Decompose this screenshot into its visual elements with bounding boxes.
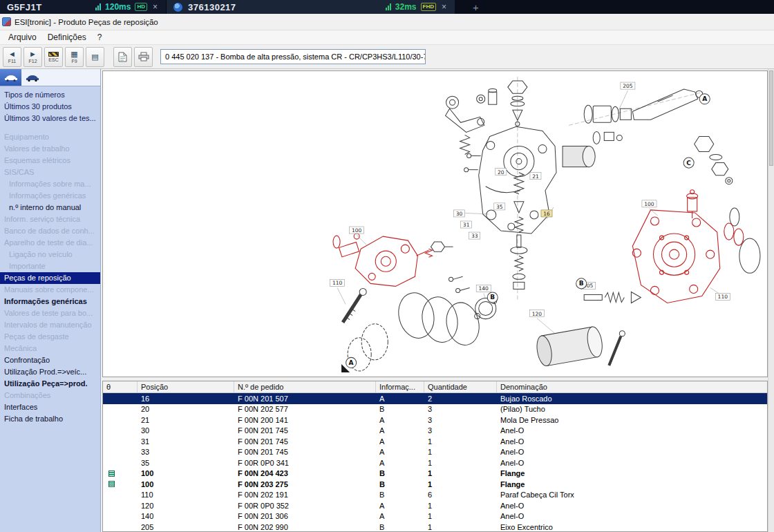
sidebar-item: SIS/CAS <box>0 167 100 178</box>
back-button[interactable]: ◄ F11 <box>3 47 21 67</box>
sidebar-item: Informações genéricas <box>0 190 100 202</box>
part-callout: 100 <box>352 227 362 234</box>
sidebar-item: Inform. serviço técnica <box>0 213 100 225</box>
document-button[interactable] <box>113 47 132 67</box>
sidebar-item: Peças de desgaste <box>0 331 100 343</box>
document-icon <box>118 52 127 62</box>
close-tab-icon[interactable]: × <box>151 2 159 12</box>
session-tab-2[interactable]: 376130217 32ms FHD × <box>166 0 455 14</box>
table-row[interactable]: 31F 00N 201 745A1Anel-O <box>103 436 767 447</box>
quality-badge: HD <box>135 3 147 11</box>
view-callout-letter: B <box>490 294 495 301</box>
menu-item[interactable]: Definições <box>42 31 92 44</box>
column-header[interactable]: Posição <box>138 381 234 392</box>
quality-badge: FHD <box>421 3 436 11</box>
column-header[interactable]: N.º de pedido <box>234 381 376 392</box>
sidebar-item: Ligação no veículo <box>0 249 100 260</box>
parts-table-header: θPosiçãoN.º de pedidoInformaç...Quantida… <box>103 381 767 393</box>
app-icon <box>2 17 11 26</box>
latency-value: 32ms <box>395 2 417 12</box>
sidebar-item: Combinações <box>0 390 100 401</box>
f9-view-button[interactable]: ▦ F9 <box>65 47 84 67</box>
sidebar-item: Equipamento <box>0 131 100 143</box>
in-parts-list-icon <box>108 481 115 487</box>
forward-button[interactable]: ► F12 <box>23 47 42 67</box>
in-parts-list-icon <box>108 471 115 477</box>
vehicle-tab-active[interactable] <box>0 69 21 86</box>
part-callout: 110 <box>718 294 728 300</box>
app: { "browser": { "close_glyph": "×", "new_… <box>0 0 774 532</box>
column-header[interactable]: θ <box>103 381 138 392</box>
table-row[interactable]: 21F 00N 200 141A3Mola De Pressao <box>103 415 767 426</box>
part-callout: 35 <box>496 204 503 210</box>
list-view-button[interactable]: ▤ <box>86 47 104 67</box>
sidebar-tabstrip <box>0 69 100 86</box>
session-tab-1[interactable]: G5FJ1T 120ms HD × <box>0 0 166 14</box>
session-tab-title: G5FJ1T <box>7 2 42 12</box>
table-row[interactable]: 30F 00N 201 745A3Anel-O <box>103 426 767 437</box>
sidebar-item: Intervalos de manutenção <box>0 319 100 331</box>
session-tab-bar: G5FJ1T 120ms HD × 376130217 32ms FHD × + <box>0 0 774 14</box>
session-avatar-icon <box>173 3 182 12</box>
sidebar-main-list: EquipamentoValores de trabalhoEsquemas e… <box>0 131 100 425</box>
table-row[interactable]: 16F 00N 201 507A2Bujao Roscado <box>103 393 767 404</box>
view-callout-letter: A <box>702 95 707 102</box>
table-row[interactable]: 20F 00N 202 577B3(Pilao) Tucho <box>103 404 767 415</box>
barrier-icon <box>48 52 59 57</box>
product-field[interactable]: 0 445 020 137 - Bomba de alta pressão, s… <box>160 49 426 64</box>
window-title: ESI[tronic] - Produto Peças de reposição <box>15 18 158 26</box>
view-callout-letter: A <box>349 359 354 366</box>
sidebar-item[interactable]: Interfaces <box>0 401 100 413</box>
sidebar-item: Importante <box>0 260 100 272</box>
part-callout: 110 <box>332 280 343 286</box>
column-header[interactable]: Informaç... <box>376 381 424 392</box>
table-row[interactable]: 205F 00N 202 990B1Eixo Excentrico <box>103 522 767 532</box>
menu-item[interactable]: ? <box>92 31 108 44</box>
sidebar-item[interactable]: Utilização Peça=>prod. <box>0 378 100 390</box>
escape-button[interactable]: ESC <box>44 47 63 67</box>
menu-item[interactable]: Arquivo <box>3 31 42 44</box>
part-callout: 31 <box>463 222 470 228</box>
part-callout: 140 <box>479 285 489 292</box>
table-row[interactable]: 33F 00N 201 745A1Anel-O <box>103 447 767 458</box>
vehicle-tab-inactive[interactable] <box>21 69 43 86</box>
print-button[interactable] <box>134 47 153 67</box>
table-row[interactable]: 100F 00N 204 423B1Flange <box>103 468 767 479</box>
printer-icon <box>138 52 149 61</box>
menu-bar: ArquivoDefinições? <box>0 30 774 45</box>
sidebar-item[interactable]: Últimos 30 produtos <box>0 101 100 113</box>
diagram-panel: 20520213530313316100100110110120140205AC… <box>102 70 768 377</box>
view-callout-letter: B <box>579 280 584 287</box>
column-header[interactable]: Denominação <box>497 381 767 392</box>
new-tab-button[interactable]: + <box>473 1 479 13</box>
sidebar-item: Esquemas elétricos <box>0 155 100 167</box>
signal-bars-icon <box>386 3 391 10</box>
table-row[interactable]: 140F 00N 201 306A1Anel-O <box>103 511 767 522</box>
sidebar-item[interactable]: n.º interno do manual <box>0 202 100 213</box>
column-header[interactable]: Quantidade <box>424 381 497 392</box>
session-tab-title: 376130217 <box>188 2 236 12</box>
close-tab-icon[interactable]: × <box>440 2 448 12</box>
table-row[interactable]: 35F 00R 0P0 341A1Anel-O <box>103 457 767 468</box>
back-arrow-icon: ◄ <box>8 50 16 58</box>
signal-bars-icon <box>95 3 101 10</box>
part-callout: 30 <box>456 211 463 217</box>
sidebar-item[interactable]: Confrontação <box>0 354 100 366</box>
sidebar-item[interactable]: Ficha de trabalho <box>0 413 100 425</box>
scrollbar-thumb[interactable] <box>769 70 773 166</box>
part-callout: 33 <box>471 233 478 239</box>
exploded-diagram[interactable]: 20520213530313316100100110110120140205AC… <box>103 71 767 377</box>
sidebar-item[interactable]: Utilização Prod.=>veíc... <box>0 366 100 378</box>
table-row[interactable]: 120F 00R 0P0 352A1Anel-O <box>103 500 767 511</box>
vertical-scrollbar[interactable] <box>768 69 774 532</box>
sidebar-item[interactable]: Últimos 30 valores de tes... <box>0 113 100 124</box>
sidebar-item[interactable]: Tipos de números <box>0 89 100 101</box>
grid-icon: ▦ <box>70 50 77 58</box>
sidebar-item[interactable]: Informações genéricas <box>0 296 100 307</box>
table-row[interactable]: 100F 00N 203 275B1Flange <box>103 479 767 490</box>
sidebar-item[interactable]: Peças de reposição <box>0 272 100 284</box>
toolbar: ◄ F11 ► F12 ESC ▦ F9 ▤ 0 445 020 137 - B… <box>0 45 774 69</box>
content: Tipos de númerosÚltimos 30 produtosÚltim… <box>0 69 774 532</box>
table-row[interactable]: 110F 00N 202 191B6Paraf Cabeça Cil Torx <box>103 490 767 501</box>
sidebar: Tipos de númerosÚltimos 30 produtosÚltim… <box>0 69 101 532</box>
